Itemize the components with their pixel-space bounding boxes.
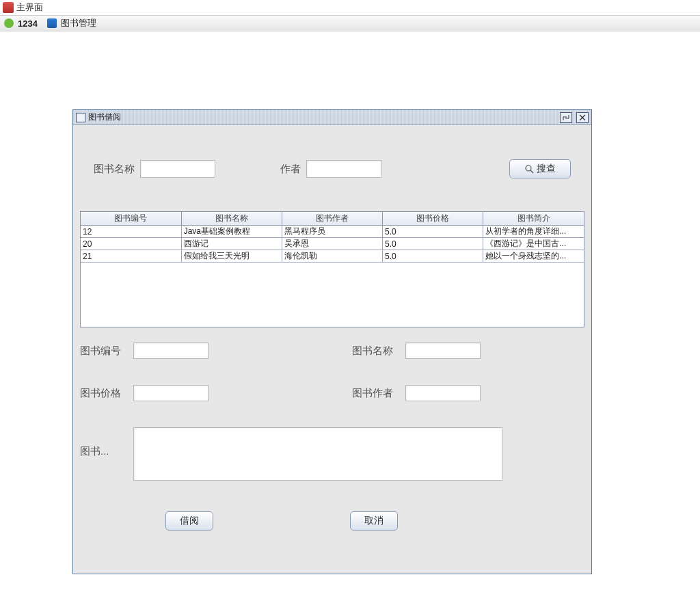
cell-price[interactable]: 5.0 [383, 226, 483, 238]
book-manage-icon [47, 18, 57, 28]
detail-price-label: 图书价格 [80, 387, 133, 400]
cell-id[interactable]: 20 [81, 238, 181, 250]
app-title: 主界面 [16, 1, 43, 14]
window-icon [76, 113, 85, 122]
desktop-area: 图书借阅 大头猿源码 图书名称 作者 [0, 31, 700, 590]
cell-desc[interactable]: 从初学者的角度详细... [483, 226, 584, 238]
window-title: 图书借阅 [88, 111, 121, 123]
detail-form: 图书编号 图书名称 图书价格 图书作者 图书... [73, 343, 591, 531]
detail-name-label: 图书名称 [352, 345, 405, 358]
cell-author[interactable]: 吴承恩 [282, 238, 382, 250]
borrow-button-label: 借阅 [180, 515, 199, 527]
search-author-label: 作者 [280, 163, 301, 176]
search-icon [525, 165, 534, 174]
internal-frame-book-borrow: 图书借阅 大头猿源码 图书名称 作者 [72, 109, 592, 574]
cell-price[interactable]: 5.0 [383, 250, 483, 263]
cell-desc[interactable]: 她以一个身残志坚的... [483, 250, 584, 263]
cell-author[interactable]: 海伦凯勒 [282, 250, 382, 263]
user-icon [4, 18, 14, 28]
table-row[interactable]: 20西游记吴承恩5.0《西游记》是中国古... [81, 238, 584, 250]
search-name-input[interactable] [140, 160, 215, 178]
detail-desc-input[interactable] [133, 427, 502, 481]
svg-point-2 [526, 165, 531, 171]
col-book-desc[interactable]: 图书简介 [483, 212, 584, 226]
detail-price-input[interactable] [133, 385, 208, 401]
col-book-price[interactable]: 图书价格 [383, 212, 483, 226]
internal-frame-titlebar[interactable]: 图书借阅 [73, 110, 591, 125]
detail-id-label: 图书编号 [80, 345, 133, 358]
table-row[interactable]: 21假如给我三天光明海伦凯勒5.0她以一个身残志坚的... [81, 250, 584, 263]
search-button[interactable]: 搜查 [509, 159, 571, 178]
close-button[interactable] [576, 112, 589, 123]
col-book-id[interactable]: 图书编号 [81, 212, 181, 226]
cancel-button-label: 取消 [364, 515, 383, 527]
detail-author-input[interactable] [405, 385, 481, 401]
svg-line-3 [530, 170, 533, 173]
cell-id[interactable]: 12 [81, 226, 181, 238]
java-icon [3, 2, 14, 13]
col-book-name[interactable]: 图书名称 [181, 212, 282, 226]
menu-book-manage[interactable]: 图书管理 [61, 17, 96, 29]
app-titlebar: 主界面 [0, 0, 700, 15]
detail-name-input[interactable] [405, 343, 481, 359]
cancel-button[interactable]: 取消 [350, 511, 398, 531]
cell-name[interactable]: 假如给我三天光明 [181, 250, 282, 263]
col-book-author[interactable]: 图书作者 [282, 212, 382, 226]
table-row[interactable]: 12Java基础案例教程黑马程序员5.0从初学者的角度详细... [81, 226, 584, 238]
toolbar: 1234 图书管理 [0, 15, 700, 31]
search-name-label: 图书名称 [94, 163, 135, 176]
detail-desc-label: 图书... [80, 427, 133, 458]
table-header-row: 图书编号 图书名称 图书作者 图书价格 图书简介 [81, 212, 584, 226]
cell-name[interactable]: 西游记 [181, 238, 282, 250]
cell-name[interactable]: Java基础案例教程 [181, 226, 282, 238]
cell-id[interactable]: 21 [81, 250, 181, 263]
cell-author[interactable]: 黑马程序员 [282, 226, 382, 238]
maximize-button[interactable] [560, 112, 572, 123]
search-author-input[interactable] [306, 160, 381, 178]
book-table[interactable]: 图书编号 图书名称 图书作者 图书价格 图书简介 12Java基础案例教程黑马程… [80, 211, 584, 327]
internal-frame-body: 大头猿源码 图书名称 作者 搜查 [73, 125, 591, 574]
cell-price[interactable]: 5.0 [383, 238, 483, 250]
cell-desc[interactable]: 《西游记》是中国古... [483, 238, 584, 250]
detail-id-input[interactable] [133, 343, 208, 359]
borrow-button[interactable]: 借阅 [165, 511, 213, 531]
search-row: 图书名称 作者 搜查 [73, 159, 591, 178]
detail-author-label: 图书作者 [352, 387, 405, 400]
user-label: 1234 [18, 18, 38, 29]
search-button-label: 搜查 [537, 163, 556, 175]
